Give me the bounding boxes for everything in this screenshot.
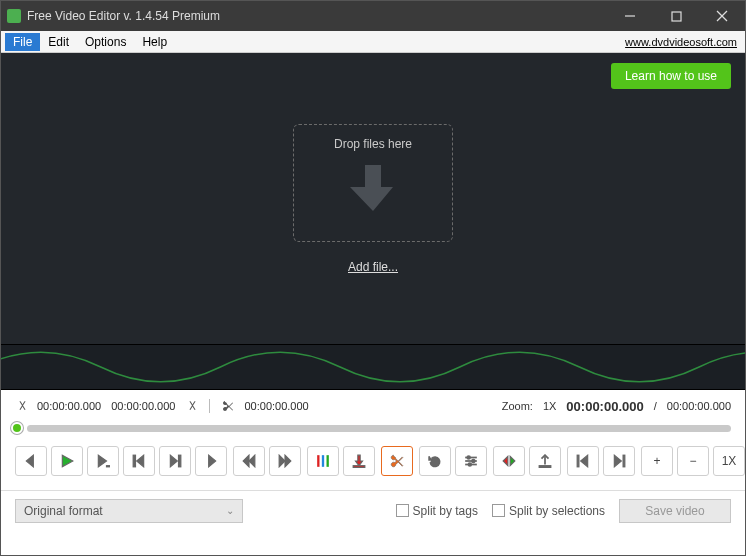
svg-rect-6 <box>179 455 181 467</box>
skip-start-button[interactable] <box>233 446 265 476</box>
zoom-out-button[interactable]: − <box>677 446 709 476</box>
close-button[interactable] <box>699 1 745 31</box>
svg-point-14 <box>467 456 470 459</box>
markers-button[interactable] <box>307 446 339 476</box>
svg-rect-18 <box>539 466 551 468</box>
format-value: Original format <box>24 504 103 518</box>
skip-end-button[interactable] <box>269 446 301 476</box>
svg-rect-19 <box>577 455 579 467</box>
maximize-button[interactable] <box>653 1 699 31</box>
drop-label: Drop files here <box>334 137 412 151</box>
play-button[interactable] <box>51 446 83 476</box>
titlebar: Free Video Editor v. 1.4.54 Premium <box>1 1 745 31</box>
checkbox-icon <box>492 504 505 517</box>
svg-point-16 <box>468 463 471 466</box>
scissors-right-icon <box>185 400 197 412</box>
svg-rect-1 <box>672 12 681 21</box>
format-dropdown[interactable]: Original format ⌄ <box>15 499 243 523</box>
arrow-down-icon <box>350 163 396 213</box>
scrubber-handle[interactable] <box>11 422 23 434</box>
waveform[interactable] <box>1 344 745 390</box>
zoom-label: Zoom: <box>502 400 533 412</box>
svg-rect-20 <box>623 455 625 467</box>
scissors-left-icon <box>15 400 27 412</box>
site-link[interactable]: www.dvdvideosoft.com <box>625 36 741 48</box>
video-canvas: Learn how to use Drop files here Add fil… <box>1 53 745 344</box>
menu-help[interactable]: Help <box>134 33 175 51</box>
mark-out-time: 00:00:00.000 <box>111 400 175 412</box>
cut-time: 00:00:00.000 <box>244 400 308 412</box>
zoom-value: 1X <box>543 400 556 412</box>
prev-button[interactable] <box>15 446 47 476</box>
next-button[interactable] <box>195 446 227 476</box>
transport-toolbar: + − 1X <box>1 446 745 490</box>
split-tags-label: Split by tags <box>413 504 478 518</box>
settings-button[interactable] <box>455 446 487 476</box>
split-tags-checkbox[interactable]: Split by tags <box>396 504 478 518</box>
svg-point-15 <box>472 460 475 463</box>
step-back-button[interactable] <box>123 446 155 476</box>
rotate-button[interactable] <box>419 446 451 476</box>
delete-selection-button[interactable] <box>529 446 561 476</box>
zoom-reset-button[interactable]: 1X <box>713 446 745 476</box>
app-logo-icon <box>7 9 21 23</box>
add-file-link[interactable]: Add file... <box>348 260 398 274</box>
goto-start-button[interactable] <box>567 446 599 476</box>
svg-rect-4 <box>107 466 111 467</box>
split-selections-label: Split by selections <box>509 504 605 518</box>
play-range-button[interactable] <box>87 446 119 476</box>
menubar: File Edit Options Help www.dvdvideosoft.… <box>1 31 745 53</box>
zoom-in-button[interactable]: + <box>641 446 673 476</box>
checkbox-icon <box>396 504 409 517</box>
scrubber-track[interactable] <box>27 425 731 432</box>
total-time: 00:00:00.000 <box>667 400 731 412</box>
window-title: Free Video Editor v. 1.4.54 Premium <box>27 9 607 23</box>
split-selections-checkbox[interactable]: Split by selections <box>492 504 605 518</box>
current-time: 00:00:00.000 <box>566 399 643 414</box>
trim-in-button[interactable] <box>493 446 525 476</box>
bottom-bar: Original format ⌄ Split by tags Split by… <box>1 490 745 530</box>
svg-rect-10 <box>353 466 365 468</box>
drop-zone[interactable]: Drop files here <box>293 124 453 242</box>
cut-button[interactable] <box>381 446 413 476</box>
svg-rect-5 <box>133 455 135 467</box>
scissors-cut-icon <box>222 400 234 412</box>
time-slash: / <box>654 400 657 412</box>
chevron-down-icon: ⌄ <box>226 505 234 516</box>
save-video-button[interactable]: Save video <box>619 499 731 523</box>
goto-end-button[interactable] <box>603 446 635 476</box>
mark-in-time: 00:00:00.000 <box>37 400 101 412</box>
menu-file[interactable]: File <box>5 33 40 51</box>
menu-edit[interactable]: Edit <box>40 33 77 51</box>
step-fwd-button[interactable] <box>159 446 191 476</box>
menu-options[interactable]: Options <box>77 33 134 51</box>
scrubber[interactable] <box>1 416 745 446</box>
minimize-button[interactable] <box>607 1 653 31</box>
learn-button[interactable]: Learn how to use <box>611 63 731 89</box>
separator <box>209 399 210 413</box>
timecode-bar: 00:00:00.000 00:00:00.000 00:00:00.000 Z… <box>1 390 745 416</box>
download-button[interactable] <box>343 446 375 476</box>
